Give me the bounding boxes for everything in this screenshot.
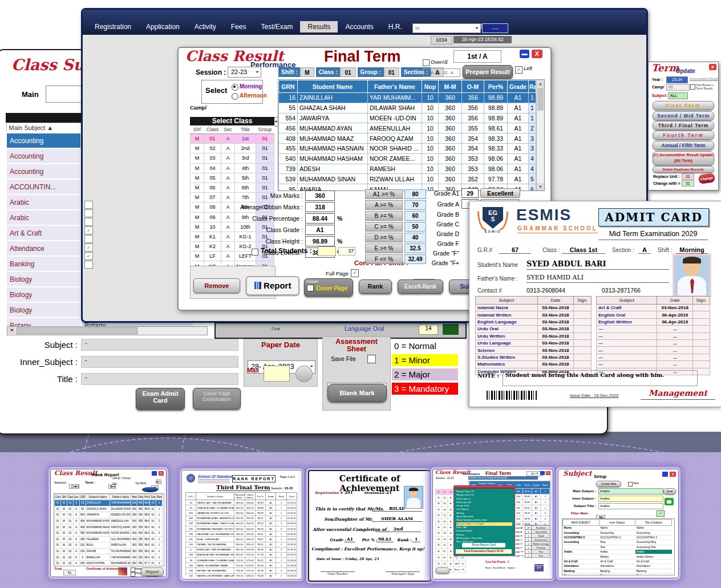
accumulative-link[interactable]: Accumulative Result: [690, 77, 718, 80]
menu-item[interactable]: Test/Exam: [253, 21, 300, 34]
inner-subject-field[interactable]: Arabic: [598, 496, 663, 502]
row-checkbox[interactable]: [84, 201, 93, 209]
delete-duplicate-button[interactable]: Delete Duplicate Records: [653, 166, 714, 173]
prepare-result-button[interactable]: Prepare Result: [463, 65, 513, 79]
cover-page-button[interactable]: Header Cover Page: [304, 278, 353, 297]
table-row[interactable]: NazraNazraNazra: [563, 526, 672, 530]
table-row[interactable]: AttendanceAttendanceAttendance: [563, 564, 672, 569]
table-row[interactable]: 01M01A455MUHAMMAD HASNAINNOOR SHAHID K.3…: [55, 530, 163, 536]
exam-admit-card-button[interactable]: Exam Admit Card: [136, 388, 185, 410]
save-file-checkbox[interactable]: [367, 355, 376, 363]
create-new-button[interactable]: Create New: [596, 481, 621, 487]
table-row[interactable]: 16ZAINULLAHYAR MUHAMM...1036035698.89A11: [279, 93, 536, 103]
table-row[interactable]: Art & CraftArt & CraftArt & Craft: [563, 559, 672, 563]
scroll-thumb[interactable]: [17, 327, 137, 334]
row-checkbox[interactable]: [84, 235, 93, 243]
subject-title-field[interactable]: Arabic: [598, 503, 663, 509]
class-result-mini-window[interactable]: Class Result Performance Final Term 1st …: [432, 469, 553, 579]
table-row[interactable]: 01M02A283ANAYA FATIMAMUHAMMAD SH.3603529…: [55, 560, 163, 566]
fourth-term-button[interactable]: Fourth Term: [653, 131, 714, 140]
scroll-left-icon[interactable]: ◄: [7, 327, 15, 334]
table-row[interactable]: 01M02A333ZAINABTAJ MUHAMMAD36035598.61A1…: [55, 548, 163, 554]
save-icon[interactable]: [665, 498, 674, 505]
subject-setup-window[interactable]: Subject Setup X Create New New Main Subj…: [558, 469, 679, 578]
footer-button[interactable]: Subject: [507, 566, 515, 569]
camp-select[interactable]: 01: [666, 84, 690, 91]
table-row[interactable]: 01M01A456MUHAMMAD AYANAMEENULLAH36035598…: [55, 518, 163, 524]
table-row[interactable]: 01M01A554JAWAIRYAMOEEN-UD-DIN36035698.89…: [55, 512, 163, 518]
footer-button[interactable]: Rank: [485, 566, 491, 569]
rank-report-sheet[interactable]: School Of Standard RANK REPORT Page 1 of…: [181, 470, 302, 579]
accumulative-update-button[interactable]: (+) Accumulative Result Update (All Term…: [653, 151, 714, 165]
afternoon-radio[interactable]: [232, 93, 238, 100]
table-row[interactable]: 01M02A6BISMILLAHYAR MUHAMMAD36035398.06A…: [55, 554, 163, 561]
total-students-input[interactable]: [318, 246, 336, 256]
rank-report-window[interactable]: Class Result Rank Report X Session : 22-…: [50, 469, 167, 577]
row-checkbox[interactable]: ✓: [84, 252, 93, 260]
annual-term-button[interactable]: Annual / Fifth Term: [653, 141, 714, 150]
table-row[interactable]: ACCOUNTING IIACCOUNTING IIACCOUNTING II: [563, 535, 672, 540]
menu-item[interactable]: Application: [139, 21, 187, 34]
overall-checkbox[interactable]: [423, 59, 430, 66]
table-row[interactable]: 01M01A16ZAINULLAHYAR MUHAMMAD36035698.89…: [55, 500, 163, 506]
close-icon[interactable]: X: [159, 471, 164, 476]
header-mini-checkbox[interactable]: [307, 285, 314, 291]
left-checkbox[interactable]: ✓: [515, 66, 522, 74]
more-button[interactable]: -----: [482, 23, 508, 33]
minimize-icon[interactable]: [152, 471, 157, 476]
show-report-card-button[interactable]: Show Report Card: [462, 543, 505, 548]
table-row[interactable]: 554JAWAIRYAMOEEN -UD-DIN1036035698.89A11: [279, 113, 536, 123]
table-row[interactable]: M05A5th01: [191, 173, 274, 183]
row-checkbox[interactable]: ✓: [84, 244, 93, 252]
horizontal-scrollbar[interactable]: ◄: [7, 326, 208, 335]
excell-rank-button[interactable]: Excell-Rank: [398, 279, 443, 294]
table-row[interactable]: WrittenArabic Written: [563, 554, 672, 559]
table-row[interactable]: 455MUHAMMAD HASNAINNOOR SHAHID ...103603…: [279, 143, 536, 153]
unit-result-checkbox[interactable]: [690, 84, 695, 90]
vertical-scrollbar[interactable]: ▲ ▼: [536, 80, 544, 190]
full-page-checkbox[interactable]: ✓: [351, 269, 359, 277]
close-icon[interactable]: X: [670, 472, 676, 477]
scroll-thumb[interactable]: [537, 88, 544, 111]
row-checkbox[interactable]: ✓: [84, 226, 93, 234]
close-icon[interactable]: X: [546, 471, 550, 475]
scroll-down-icon[interactable]: ▼: [537, 183, 544, 190]
table-row[interactable]: TestAccounting Test: [563, 545, 672, 549]
upload-app-button[interactable]: Upload to APP: [534, 564, 544, 571]
confirm-check-icon[interactable]: ✓: [295, 366, 313, 382]
session-select[interactable]: 22-23: [69, 484, 79, 489]
session-select[interactable]: 22-23: [228, 67, 261, 78]
third-term-button[interactable]: Third / Final Term: [653, 121, 714, 130]
scroll-up-icon[interactable]: ▲: [537, 80, 544, 87]
table-row[interactable]: BankingBankingBanking: [563, 569, 672, 573]
year-select[interactable]: 23-24: [666, 76, 688, 83]
certificate-window[interactable]: Certificate of Achievement Registration …: [308, 470, 431, 582]
menu-item[interactable]: Fees: [224, 21, 254, 34]
minimize-icon[interactable]: ▬: [520, 50, 529, 58]
camp-group-select[interactable]: 01: [156, 480, 161, 484]
table-row[interactable]: 01M01A55GHAZALA SHAHDILAWAR SHAH36035698…: [55, 506, 163, 512]
change-with-select[interactable]: 01: [682, 180, 694, 186]
header-checkbox[interactable]: [131, 567, 135, 572]
morning-radio[interactable]: [232, 84, 238, 91]
table-row[interactable]: AccountingAccountingAccounting: [563, 530, 672, 535]
strip-mark-value[interactable]: 14: [419, 325, 438, 335]
rank-button[interactable]: Rank: [359, 279, 392, 294]
row-checkbox[interactable]: [84, 261, 93, 269]
minimize-icon[interactable]: [662, 472, 668, 477]
close-icon[interactable]: X: [532, 50, 542, 58]
table-row[interactable]: 01M02A291BILALSHER ALAM36035598.61A11: [55, 542, 163, 549]
new-checkbox[interactable]: [628, 482, 633, 486]
second-term-button[interactable]: Second / Mid Term: [653, 111, 714, 120]
table-row[interactable]: M04A4th01: [191, 163, 274, 173]
title-field[interactable]: -: [81, 373, 238, 385]
report-button[interactable]: Report: [246, 276, 299, 295]
photo-checkbox[interactable]: [131, 572, 135, 577]
table-row[interactable]: 539MUHAMMAD SINANRIZWAN ULLAH1036035297.…: [279, 174, 536, 184]
row-checkbox[interactable]: [84, 218, 93, 226]
remove-button[interactable]: Remove: [193, 278, 240, 293]
table-row[interactable]: 540MUHAMMAD HASHAMNOOR ZAMEE...103603539…: [279, 153, 536, 164]
max-input[interactable]: [264, 366, 290, 382]
first-term-button[interactable]: First Term: [653, 101, 714, 110]
table-row[interactable]: 456MUHAMMAD AYANAMEENULLAH1036035598.61A…: [279, 123, 536, 133]
